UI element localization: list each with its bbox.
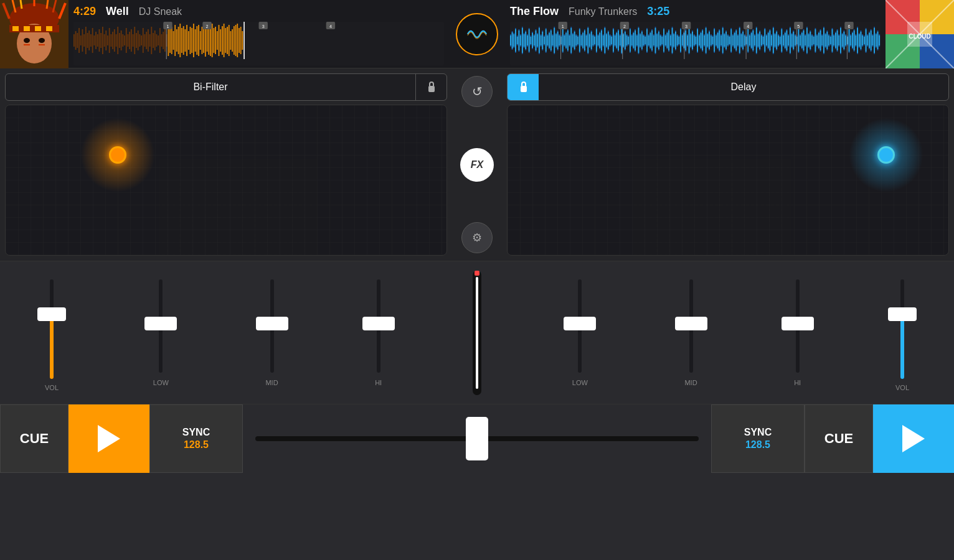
fx-right-name-bar[interactable]: Delay	[507, 73, 949, 101]
right-hi-track[interactable]	[796, 279, 800, 373]
left-mid-track[interactable]	[270, 279, 274, 373]
svg-rect-544	[833, 35, 834, 45]
right-cue-button[interactable]: CUE	[805, 404, 873, 473]
svg-rect-83	[179, 24, 181, 57]
left-play-button[interactable]	[68, 404, 149, 473]
fx-left-lock[interactable]	[415, 74, 446, 100]
svg-rect-413	[613, 29, 614, 52]
right-play-button[interactable]	[873, 404, 954, 473]
right-sync-bpm: 128.5	[745, 439, 770, 450]
left-hi-thumb[interactable]	[362, 317, 395, 330]
svg-rect-487	[737, 35, 739, 45]
left-hi-container: HI	[375, 279, 382, 386]
svg-rect-473	[714, 29, 715, 52]
svg-rect-549	[842, 34, 843, 47]
svg-rect-25	[82, 29, 83, 52]
fx-gear-button[interactable]: ⚙	[461, 222, 493, 253]
svg-rect-516	[786, 30, 788, 50]
left-deck-thumb[interactable]	[0, 0, 68, 68]
fx-section: Bi-Filter ↺ FX ⚙	[0, 68, 954, 261]
fx-refresh-button[interactable]: ↺	[461, 76, 493, 107]
svg-rect-493	[747, 29, 749, 52]
left-low-track[interactable]	[159, 279, 163, 373]
svg-rect-527	[805, 35, 806, 45]
svg-rect-76	[168, 25, 169, 56]
right-sync-button[interactable]: SYNC 128.5	[711, 404, 805, 473]
svg-rect-566	[871, 30, 872, 50]
svg-rect-62	[144, 34, 146, 47]
right-vol-thumb[interactable]	[888, 307, 917, 321]
svg-rect-490	[742, 32, 744, 49]
left-vol-thumb[interactable]	[37, 307, 66, 321]
svg-rect-105	[217, 31, 218, 50]
crossfader-track[interactable]	[255, 436, 699, 441]
right-vol-track[interactable]	[900, 279, 904, 379]
svg-rect-463	[697, 29, 698, 52]
svg-rect-65	[149, 34, 151, 47]
svg-rect-34	[97, 34, 98, 47]
svg-point-16	[39, 38, 45, 43]
svg-rect-130	[243, 22, 245, 59]
fx-button[interactable]: FX	[460, 148, 494, 182]
svg-rect-567	[872, 35, 873, 45]
svg-rect-474	[715, 35, 717, 45]
right-low-track[interactable]	[578, 279, 582, 373]
left-cue-button[interactable]: CUE	[0, 404, 68, 473]
center-logo	[449, 0, 505, 68]
svg-rect-546	[837, 30, 838, 50]
svg-rect-441	[660, 35, 661, 45]
svg-rect-477	[720, 35, 722, 45]
svg-rect-95	[200, 31, 201, 50]
svg-rect-390	[574, 32, 575, 49]
right-deck-thumb[interactable]: CLOUD	[886, 0, 954, 68]
left-mid-label: MID	[265, 379, 278, 386]
fx-left-name-bar[interactable]: Bi-Filter	[5, 73, 447, 101]
svg-rect-442	[661, 37, 663, 44]
svg-rect-543	[832, 29, 833, 52]
fx-left-pad[interactable]	[5, 105, 447, 256]
svg-rect-562	[864, 37, 865, 44]
left-vol-track[interactable]	[50, 279, 54, 379]
svg-rect-30	[90, 34, 92, 47]
svg-rect-33	[95, 32, 97, 49]
svg-rect-401	[593, 35, 594, 45]
fx-right-dot[interactable]	[877, 146, 895, 164]
right-waveform[interactable]: 1 2 3 4 5 6	[510, 22, 881, 65]
svg-rect-59	[139, 34, 140, 47]
svg-rect-378	[554, 28, 555, 53]
right-mid-track[interactable]	[689, 279, 693, 373]
svg-rect-383	[562, 29, 564, 52]
left-mid-thumb[interactable]	[256, 317, 288, 330]
svg-rect-456	[685, 30, 686, 50]
svg-rect-531	[811, 35, 813, 45]
svg-rect-396	[584, 30, 585, 50]
left-hi-track[interactable]	[377, 279, 380, 373]
right-low-container: LOW	[572, 279, 588, 386]
svg-rect-571	[879, 35, 880, 45]
svg-rect-403	[596, 29, 597, 52]
svg-rect-60	[141, 35, 142, 45]
svg-rect-79	[173, 31, 174, 50]
fx-right-lock[interactable]	[508, 74, 539, 100]
svg-rect-471	[711, 35, 712, 45]
right-low-thumb[interactable]	[564, 317, 596, 330]
svg-rect-84	[181, 28, 182, 53]
crossfader-thumb[interactable]	[466, 417, 488, 460]
svg-rect-69	[156, 34, 158, 47]
left-sync-button[interactable]: SYNC 128.5	[149, 404, 243, 473]
svg-line-6	[47, 0, 48, 9]
left-waveform[interactable]: 1 2 3 4	[73, 22, 444, 65]
svg-rect-513	[781, 29, 782, 52]
svg-rect-44	[114, 29, 115, 52]
svg-rect-406	[601, 30, 602, 50]
fx-right-pad[interactable]	[507, 105, 949, 256]
right-mid-thumb[interactable]	[675, 317, 707, 330]
svg-rect-96	[202, 27, 203, 54]
svg-rect-511	[778, 35, 779, 45]
svg-rect-29	[88, 30, 90, 50]
fx-left-dot[interactable]	[109, 146, 126, 164]
bottom-crossfader-area	[243, 404, 711, 473]
left-low-thumb[interactable]	[144, 317, 177, 330]
right-hi-thumb[interactable]	[782, 317, 814, 330]
refresh-icon: ↺	[472, 84, 483, 99]
